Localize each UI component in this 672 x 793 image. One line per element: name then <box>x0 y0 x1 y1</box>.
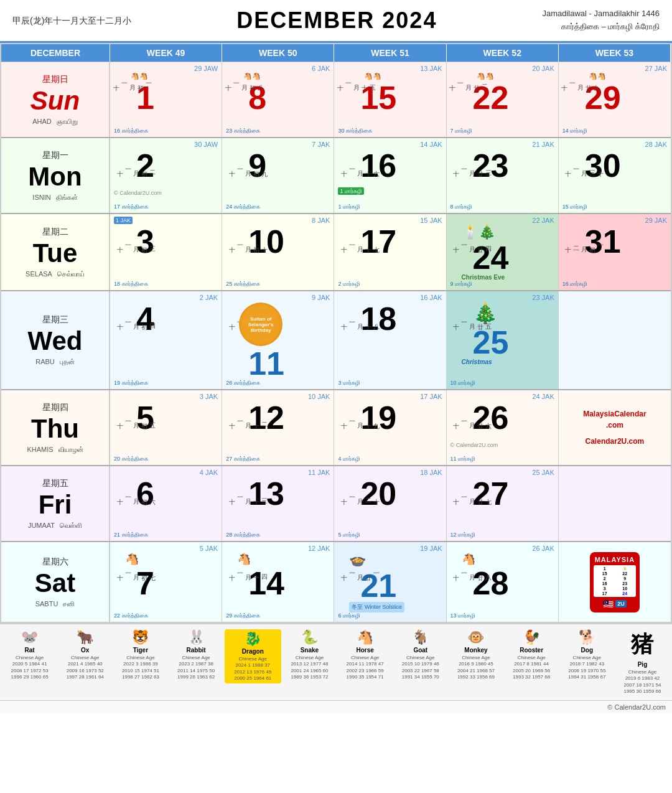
sun-wk53: 27 JAK 十一月廿九 🐴🐴 29 14 மார்கழி <box>559 62 671 137</box>
sun-wk49: 29 JAW 十一月初一 🐴🐴 1 16 கார்த்திகை <box>110 62 222 137</box>
mon-wk52: 21 JAK 十一月廿三 23 8 மார்கழி <box>447 138 559 213</box>
fri-wk51: 18 JAK 十一月二十 20 5 மார்கழி <box>334 466 446 541</box>
thu-wk49: 3 JAK 十一月初五 5 20 கார்த்திகை <box>110 390 222 465</box>
zodiac-ox: 🐂 Ox Chinese Age2021 4 1985 402009 16 19… <box>58 629 112 681</box>
sunday-row: 星期日 Sun AHAD ஞாயிறு 29 JAW 十一月初一 🐴🐴 1 16 <box>1 62 671 137</box>
wed-wk53-empty <box>559 291 671 389</box>
col-header-wk51: WEEK 51 <box>334 44 446 62</box>
wednesday-malay-tamil: RABU புதன் <box>35 358 75 366</box>
monday-row: 星期一 Mon ISNIN திங்கள் 30 JAW 十一月初二 2 © C… <box>1 137 671 213</box>
fri-wk53-empty <box>559 466 671 541</box>
wed-wk52-christmas: 23 JAK 十一月廿五 🎄 25 Christmas 10 மார்கழி <box>447 291 559 389</box>
tuesday-malay-tamil: SELASA செவ்வாய் <box>26 270 85 278</box>
monday-malay: ISNIN <box>32 194 50 202</box>
tue-wk51: 15 JAK 十一月十七 17 2 மார்கழி <box>334 214 446 290</box>
fri-wk52: 25 JAK 十一月廿七 27 12 மார்கழி <box>447 466 559 541</box>
header: 甲辰(龙)年十一月大至十二月小 DECEMBER 2024 Jamadilawa… <box>0 0 672 43</box>
col-header-wk50: WEEK 50 <box>222 44 334 62</box>
christmas-eve-label: Christmas Eve <box>462 274 509 281</box>
sat-wk50: 12 JAK 十一月十四 🐴 14 29 கார்த்திகை <box>222 542 334 622</box>
week-header-row: DECEMBER WEEK 49 WEEK 50 WEEK 51 WEEK 52… <box>1 44 671 62</box>
wednesday-label: 星期三 Wed RABU புதன் <box>1 291 110 389</box>
header-right: Jamadilawal - Jamadilakhir 1446 கார்த்தி… <box>542 7 660 34</box>
col-header-wk53: WEEK 53 <box>559 44 671 62</box>
wednesday-chinese: 星期三 <box>42 314 68 326</box>
tuesday-chinese: 星期二 <box>42 227 68 238</box>
sunday-malay-tamil: AHAD ஞாயிறு <box>32 118 78 126</box>
wed-wk50-sultan: 9 JAK 十一月十一 Sultan of Selangor's Birthda… <box>222 291 334 389</box>
col-header-december: DECEMBER <box>1 44 110 62</box>
tue-wk53-nye: 29 JAK 十二月初一 31 16 மார்கழி <box>559 214 671 290</box>
zodiac-dog: 🐕 Dog Chinese Age2018 7 1982 432006 19 1… <box>560 629 614 681</box>
sat-wk49: 5 JAK 十一月初七 🐴 7 22 கார்த்திகை <box>110 542 222 622</box>
tamil-month-label: கார்த்திகை – மார்கழி க்ரோதி <box>542 21 660 34</box>
saturday-row: 星期六 Sat SABTU சனி 5 JAK 十一月初七 🐴 7 22 கார… <box>1 541 671 622</box>
thursday-malay-tamil: KHAMIS வியாழன் <box>27 446 83 454</box>
thu-wk50: 10 JAK 十一月十二 12 27 கார்த்திகை <box>222 390 334 465</box>
mon-wk53: 28 JAK 十一月三十 30 15 மார்கழி <box>559 138 671 213</box>
saturday-malay-tamil: SABTU சனி <box>35 600 75 608</box>
pig-character: 猪 <box>631 629 653 660</box>
zodiac-pig: 猪 Pig Chinese Age2019 6 1983 422007 18 1… <box>615 629 670 695</box>
zodiac-snake: 🐍 Snake Chinese Age2013 12 1977 482001 2… <box>282 629 337 681</box>
monday-english: Mon <box>28 164 82 190</box>
zodiac-horse: 🐴 Horse Chinese Age2014 11 1978 472002 2… <box>338 629 392 681</box>
col-header-wk49: WEEK 49 <box>110 44 222 62</box>
footer-copyright: © Calendar2U.com <box>0 700 672 713</box>
friday-chinese: 星期五 <box>42 478 68 489</box>
sultan-birthday-badge: Sultan of Selangor's Birthday <box>239 303 282 346</box>
sunday-english: Sun <box>30 88 80 114</box>
friday-tamil: வெள்ளி <box>60 522 82 530</box>
chinese-year-label: 甲辰(龙)年十一月大至十二月小 <box>12 14 131 27</box>
col-header-wk52: WEEK 52 <box>447 44 559 62</box>
sunday-label: 星期日 Sun AHAD ஞாயிறு <box>1 62 110 137</box>
christmas-tree-icon: 🎄 <box>462 301 509 325</box>
calendar-grid: DECEMBER WEEK 49 WEEK 50 WEEK 51 WEEK 52… <box>0 43 672 623</box>
zodiac-rabbit: 🐰 Rabbit Chinese Age2023 2 1987 382011 1… <box>169 629 223 681</box>
thursday-tamil: வியாழன் <box>58 446 83 454</box>
friday-malay-tamil: JUMAAT வெள்ளி <box>28 522 82 530</box>
zodiac-rat: 🐭 Rat Chinese Age2020 5 1984 412008 17 1… <box>2 629 57 681</box>
zodiac-tiger: 🐯 Tiger Chinese Age2022 3 1986 392010 15… <box>113 629 167 681</box>
tuesday-tamil: செவ்வாய் <box>57 270 85 278</box>
sun-wk50: 6 JAK 十一月初八 🐴🐴 8 23 கார்த்திகை <box>222 62 334 137</box>
wednesday-row: 星期三 Wed RABU புதன் 2 JAK 十一月初四 4 19 கார்… <box>1 290 671 389</box>
sat-wk52: 26 JAK 十一月廿八 🐴 28 13 மார்கழி <box>447 542 559 622</box>
friday-row: 星期五 Fri JUMAAT வெள்ளி 4 JAK 十一月初六 6 21 க… <box>1 465 671 541</box>
website-labels: MalaysiaCalendar.com Calendar2U.com <box>583 393 646 462</box>
fri-wk50: 11 JAK 十一月十三 13 28 கார்த்திகை <box>222 466 334 541</box>
wednesday-malay: RABU <box>35 358 55 366</box>
zodiac-dragon: 🐉 Dragon Chinese Age2024 1 1988 372012 1… <box>225 629 281 683</box>
sunday-tamil: ஞாயிறு <box>57 118 78 126</box>
saturday-malay: SABTU <box>35 600 58 608</box>
sat-wk51-winter-solstice: 19 JAK 十一月廿一 🍲 21 冬至 Winter Solstice 6 ம… <box>334 542 446 622</box>
zodiac-rooster: 🐓 Rooster Chinese Age2017 8 1981 442005 … <box>505 629 559 681</box>
header-left: 甲辰(龙)年十一月大至十二月小 <box>12 14 131 27</box>
thu-wk52: 24 JAK 十一月廿六 26 © Calendar2U.com 11 மார்… <box>447 390 559 465</box>
mon-wk51: 14 JAK 十一月十六 16 1 மார்கழி 1 மார்கழி <box>334 138 446 213</box>
wed-wk51: 16 JAK 十一月十八 18 3 மார்கழி <box>334 291 446 389</box>
zodiac-goat: 🐐 Goat Chinese Age2015 10 1979 462003 22… <box>393 629 447 681</box>
hijri-label: Jamadilawal - Jamadilakhir 1446 <box>542 7 660 21</box>
malaysia-badge: MALAYSIA 181522 291623 3101724 🇲🇾 2U <box>590 552 640 612</box>
tuesday-label: 星期二 Tue SELASA செவ்வாய் <box>1 214 110 290</box>
saturday-english: Sat <box>35 570 75 596</box>
saturday-label: 星期六 Sat SABTU சனி <box>1 542 110 622</box>
thursday-label: 星期四 Thu KHAMIS வியாழன் <box>1 390 110 465</box>
calendar-page: 甲辰(龙)年十一月大至十二月小 DECEMBER 2024 Jamadilawa… <box>0 0 672 713</box>
tuesday-row: 星期二 Tue SELASA செவ்வாய் 1 JAK 十一月初三 3 <box>1 213 671 290</box>
friday-malay: JUMAAT <box>28 522 55 530</box>
monday-chinese: 星期一 <box>42 150 68 161</box>
fri-wk49: 4 JAK 十一月初六 6 21 கார்த்திகை <box>110 466 222 541</box>
thu-wk51: 17 JAK 十一月十九 19 4 மார்கழி <box>334 390 446 465</box>
zodiac-monkey: 🐵 Monkey Chinese Age2016 9 1980 452004 2… <box>449 629 503 681</box>
zodiac-bar: 🐭 Rat Chinese Age2020 5 1984 412008 17 1… <box>0 623 672 700</box>
wednesday-tamil: புதன் <box>60 358 75 366</box>
sunday-malay: AHAD <box>32 118 52 126</box>
tue-wk49: 1 JAK 十一月初三 3 18 கார்த்திகை <box>110 214 222 290</box>
thursday-english: Thu <box>31 416 79 442</box>
thursday-chinese: 星期四 <box>42 402 68 413</box>
friday-english: Fri <box>39 492 72 518</box>
sunday-chinese: 星期日 <box>42 74 68 85</box>
monday-tamil: திங்கள் <box>56 194 78 202</box>
